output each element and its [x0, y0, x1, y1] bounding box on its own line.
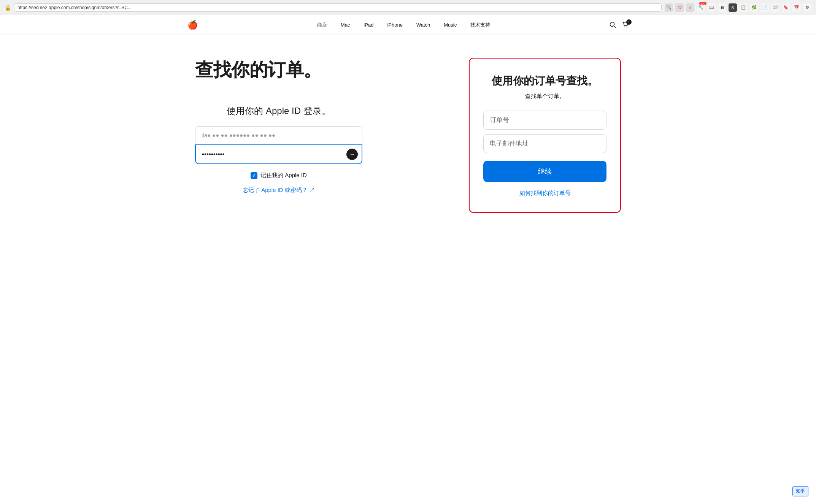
extension-book-icon[interactable]: 📖	[707, 3, 716, 12]
svg-point-3	[626, 27, 627, 27]
remember-me-row: 记住我的 Apple ID	[195, 172, 362, 179]
lock-icon: 🔒	[5, 5, 11, 11]
shield-icon[interactable]: 🛡	[675, 3, 684, 12]
bookmark-icon[interactable]: ☆	[686, 3, 694, 12]
nav-actions: 1	[610, 22, 629, 28]
order-lookup-panel: 使用你的订单号查找。 查找单个订单。 继续 如何找到你的订单号	[469, 58, 621, 213]
cart-nav-icon[interactable]: 1	[622, 22, 629, 28]
extension-bookmark2-icon[interactable]: 🔖	[782, 3, 790, 12]
nav-ipad[interactable]: iPad	[357, 15, 380, 35]
password-input[interactable]	[195, 144, 362, 164]
page-title: 查找你的订单。	[195, 58, 446, 82]
svg-point-2	[624, 27, 625, 27]
panel-subtitle: 查找单个订单。	[483, 93, 606, 100]
extension-doc-icon[interactable]: 📄	[760, 3, 769, 12]
password-submit-button[interactable]: →	[346, 149, 358, 160]
search-nav-icon[interactable]	[610, 22, 616, 28]
nav-mac[interactable]: Mac	[334, 15, 357, 35]
main-content: 查找你的订单。 使用你的 Apple ID 登录。 → 记住我的 Apple I…	[180, 35, 636, 504]
arrow-right-icon: →	[349, 151, 355, 157]
nav-iphone[interactable]: iPhone	[380, 15, 409, 35]
remember-me-checkbox[interactable]	[251, 172, 257, 179]
extension-leaf-icon[interactable]: 🌿	[750, 3, 758, 12]
nav-music[interactable]: Music	[437, 15, 464, 35]
extension-badge-icon[interactable]: 🔧	[697, 3, 705, 12]
forgot-link-row: 忘记了 Apple ID 或密码？ ↗	[195, 187, 362, 194]
find-order-number-link[interactable]: 如何找到你的订单号	[519, 190, 571, 196]
extension-news-icon[interactable]: 📰	[771, 3, 779, 12]
continue-button[interactable]: 继续	[483, 161, 606, 182]
nav-store[interactable]: 商店	[310, 15, 334, 35]
svg-line-1	[614, 26, 616, 28]
login-section: 使用你的 Apple ID 登录。 → 记住我的 Apple ID 忘记了 Ap…	[195, 105, 362, 194]
settings-icon[interactable]: ⚙	[803, 3, 811, 12]
external-link-icon: ↗	[309, 187, 315, 193]
cart-badge: 1	[626, 19, 632, 25]
main-nav: 🍎 商店 Mac iPad iPhone Watch Music 技术支持	[0, 15, 816, 35]
find-order-link-row: 如何找到你的订单号	[483, 190, 606, 197]
left-section: 查找你的订单。 使用你的 Apple ID 登录。 → 记住我的 Apple I…	[195, 58, 446, 194]
nav-watch[interactable]: Watch	[410, 15, 437, 35]
zhihu-watermark: 知乎	[792, 486, 808, 496]
order-number-input[interactable]	[483, 111, 606, 130]
password-input-group: →	[195, 144, 362, 164]
extension-cal-icon[interactable]: 📅	[792, 3, 801, 12]
extension-screen-icon[interactable]: 🖥	[718, 3, 726, 12]
url-bar[interactable]: https://secure2.apple.com.cn/shop/signIn…	[14, 3, 662, 12]
extension-grid-icon[interactable]: 📋	[739, 3, 748, 12]
extension-s-icon[interactable]: S	[729, 3, 737, 12]
apple-id-input[interactable]	[195, 126, 362, 144]
email-address-input[interactable]	[483, 134, 606, 153]
remember-me-label: 记住我的 Apple ID	[260, 172, 307, 179]
search-browser-icon[interactable]: 🔍	[665, 3, 673, 12]
login-title: 使用你的 Apple ID 登录。	[195, 105, 362, 117]
email-input-group	[195, 126, 362, 144]
forgot-password-link[interactable]: 忘记了 Apple ID 或密码？ ↗	[243, 187, 315, 193]
nav-links: 商店 Mac iPad iPhone Watch Music 技术支持	[198, 15, 610, 35]
nav-support[interactable]: 技术支持	[464, 15, 497, 35]
browser-toolbar: 🔍 🛡 ☆ 🔧 📖 🖥 S 📋 🌿 📄 📰 🔖 📅 ⚙	[665, 3, 811, 12]
panel-title: 使用你的订单号查找。	[483, 74, 606, 88]
apple-logo[interactable]: 🍎	[187, 20, 198, 30]
browser-bar: 🔒 https://secure2.apple.com.cn/shop/sign…	[0, 0, 816, 15]
